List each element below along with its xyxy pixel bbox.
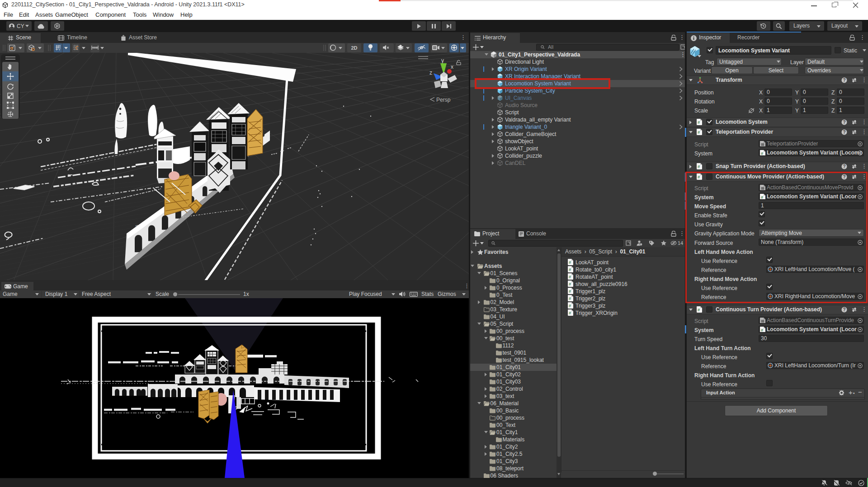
svg-text:Y: Y <box>58 47 61 52</box>
svg-text:?: ? <box>843 307 846 312</box>
svg-text:?: ? <box>843 120 846 125</box>
svg-text:z: z <box>429 70 432 76</box>
svg-text:x: x <box>451 64 453 70</box>
svg-text:?: ? <box>843 78 846 83</box>
svg-text:Persp: Persp <box>436 97 451 103</box>
svg-text:?: ? <box>843 130 846 135</box>
svg-text:?: ? <box>843 164 846 169</box>
svg-text:y: y <box>441 57 444 64</box>
